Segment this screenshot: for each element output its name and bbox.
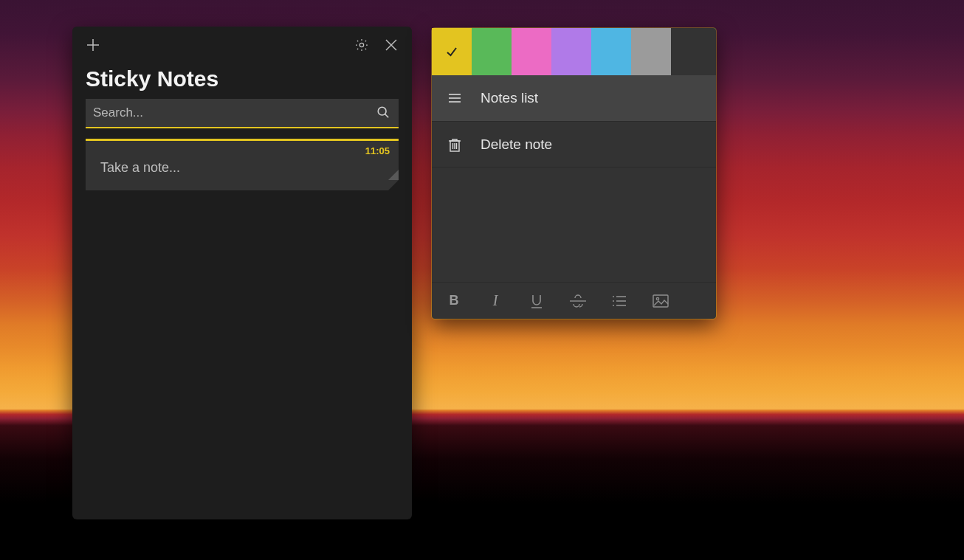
close-list-button[interactable]: [376, 30, 406, 60]
hamburger-icon: [447, 90, 463, 106]
search-field[interactable]: [86, 99, 399, 128]
svg-point-5: [378, 107, 386, 115]
color-swatch-pink[interactable]: [512, 28, 551, 75]
note-time: 11:05: [365, 145, 390, 156]
color-swatch-purple[interactable]: [551, 28, 591, 75]
bold-button[interactable]: B: [444, 291, 464, 311]
menu-item-label: Notes list: [481, 90, 538, 106]
sticky-notes-list-window: Sticky Notes 11:05 Take a note...: [72, 27, 412, 519]
strikethrough-icon: [569, 294, 587, 308]
color-swatch-charcoal[interactable]: [671, 28, 716, 75]
search-icon: [376, 106, 391, 120]
color-swatch-blue[interactable]: [591, 28, 631, 75]
italic-button[interactable]: I: [485, 291, 506, 311]
app-title: Sticky Notes: [72, 63, 412, 99]
note-preview: Take a note...: [100, 160, 390, 176]
gear-icon: [354, 38, 369, 52]
note-window: Notes list Delete note B I: [432, 28, 716, 319]
settings-button[interactable]: [347, 30, 376, 60]
color-swatch-yellow[interactable]: [432, 28, 472, 75]
menu-item-delete-note[interactable]: Delete note: [432, 121, 716, 167]
list-window-header: [72, 27, 412, 63]
bullet-list-button[interactable]: [609, 291, 630, 311]
new-note-button[interactable]: [78, 30, 108, 60]
format-toolbar: B I: [432, 282, 716, 319]
svg-point-21: [613, 305, 614, 306]
note-menu: Notes list Delete note: [432, 75, 716, 167]
color-swatch-gray[interactable]: [631, 28, 671, 75]
add-image-button[interactable]: [650, 291, 671, 311]
plus-icon: [86, 38, 100, 52]
bold-icon: B: [450, 293, 459, 308]
svg-line-6: [385, 114, 389, 118]
svg-point-19: [613, 300, 614, 302]
underline-button[interactable]: [526, 291, 547, 311]
svg-point-17: [613, 296, 614, 297]
svg-rect-23: [653, 295, 668, 307]
search-input[interactable]: [93, 106, 376, 120]
checkmark-icon: [444, 44, 459, 59]
menu-item-label: Delete note: [481, 136, 552, 153]
trash-icon: [447, 136, 463, 153]
menu-item-notes-list[interactable]: Notes list: [432, 75, 716, 121]
color-picker-row: [432, 28, 716, 75]
italic-icon: I: [493, 292, 498, 309]
image-icon: [652, 294, 669, 308]
note-fold-icon: [388, 180, 399, 190]
bullet-list-icon: [611, 294, 627, 308]
svg-point-24: [656, 297, 658, 300]
note-card[interactable]: 11:05 Take a note...: [86, 139, 399, 190]
strikethrough-button[interactable]: [568, 291, 588, 311]
underline-icon: [529, 293, 544, 309]
note-body[interactable]: [432, 167, 716, 282]
svg-point-2: [359, 43, 363, 46]
color-swatch-green[interactable]: [472, 28, 512, 75]
close-icon: [385, 38, 398, 52]
